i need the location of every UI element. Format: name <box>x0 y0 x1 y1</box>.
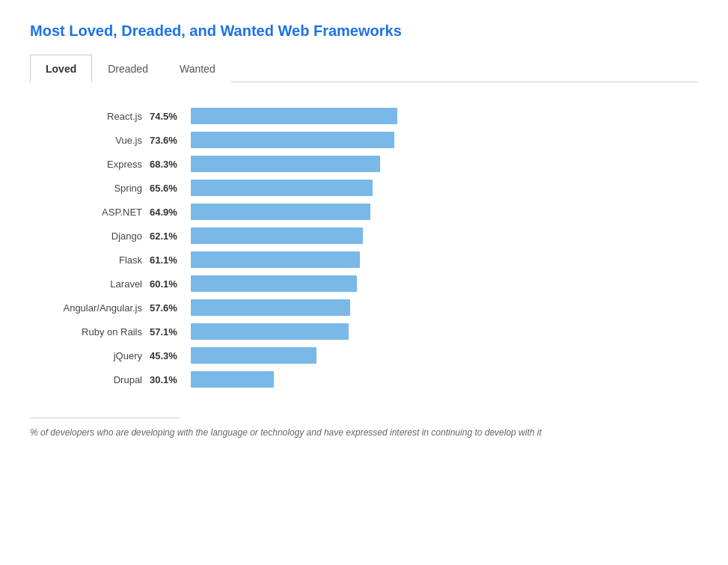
chart-row: Express68.3% <box>30 156 698 172</box>
bar-track <box>191 347 698 364</box>
tab-loved[interactable]: Loved <box>30 55 92 82</box>
chart-row: Ruby on Rails57.1% <box>30 323 698 340</box>
bar-track <box>191 227 698 244</box>
chart-row: jQuery45.3% <box>30 347 698 364</box>
bar-value: 61.1% <box>150 254 191 266</box>
bar-label: Flask <box>30 254 150 266</box>
chart-row: React.js74.5% <box>30 108 698 124</box>
bar-fill <box>191 227 363 244</box>
footnote-divider <box>30 418 180 418</box>
bar-value: 57.6% <box>150 302 191 314</box>
bar-track <box>191 108 698 124</box>
bar-fill <box>191 299 350 316</box>
bar-value: 62.1% <box>150 230 191 242</box>
bar-label: Django <box>30 230 150 242</box>
footnote-text: % of developers who are developing with … <box>30 426 628 439</box>
bar-fill <box>191 204 370 220</box>
bar-label: Angular/Angular.js <box>30 302 150 314</box>
chart-row: ASP.NET64.9% <box>30 204 698 220</box>
bar-fill <box>191 156 380 172</box>
bar-value: 65.6% <box>150 183 191 194</box>
chart-area: React.js74.5%Vue.js73.6%Express68.3%Spri… <box>30 100 698 403</box>
bar-label: Vue.js <box>30 135 150 146</box>
bar-track <box>191 323 698 340</box>
bar-value: 73.6% <box>150 135 191 146</box>
bar-value: 60.1% <box>150 278 191 290</box>
bar-label: React.js <box>30 111 150 122</box>
chart-row: Drupal30.1% <box>30 371 698 388</box>
bar-value: 30.1% <box>150 374 191 385</box>
bar-fill <box>191 371 274 388</box>
bar-value: 45.3% <box>150 350 191 361</box>
bar-value: 64.9% <box>150 207 191 218</box>
bar-fill <box>191 180 373 196</box>
chart-row: Django62.1% <box>30 227 698 244</box>
page-title: Most Loved, Dreaded, and Wanted Web Fram… <box>30 22 698 40</box>
bar-fill <box>191 108 397 124</box>
bar-label: jQuery <box>30 350 150 361</box>
tab-dreaded[interactable]: Dreaded <box>92 55 164 82</box>
chart-row: Angular/Angular.js57.6% <box>30 299 698 316</box>
bar-fill <box>191 132 394 148</box>
bar-fill <box>191 347 316 364</box>
bar-track <box>191 204 698 220</box>
bar-track <box>191 275 698 292</box>
bar-label: ASP.NET <box>30 207 150 218</box>
bar-track <box>191 132 698 148</box>
chart-row: Flask61.1% <box>30 251 698 268</box>
bar-label: Express <box>30 159 150 170</box>
tab-bar: Loved Dreaded Wanted <box>30 55 698 82</box>
bar-label: Drupal <box>30 374 150 385</box>
tab-wanted[interactable]: Wanted <box>164 55 231 82</box>
bar-label: Laravel <box>30 278 150 290</box>
bar-track <box>191 156 698 172</box>
bar-value: 57.1% <box>150 326 191 338</box>
bar-value: 74.5% <box>150 111 191 122</box>
bar-track <box>191 371 698 388</box>
chart-row: Vue.js73.6% <box>30 132 698 148</box>
bar-label: Ruby on Rails <box>30 326 150 338</box>
bar-track <box>191 299 698 316</box>
bar-track <box>191 180 698 196</box>
chart-row: Laravel60.1% <box>30 275 698 292</box>
bar-fill <box>191 275 357 292</box>
bar-value: 68.3% <box>150 159 191 170</box>
bar-fill <box>191 251 360 268</box>
chart-row: Spring65.6% <box>30 180 698 196</box>
bar-label: Spring <box>30 183 150 194</box>
bar-fill <box>191 323 349 340</box>
bar-track <box>191 251 698 268</box>
